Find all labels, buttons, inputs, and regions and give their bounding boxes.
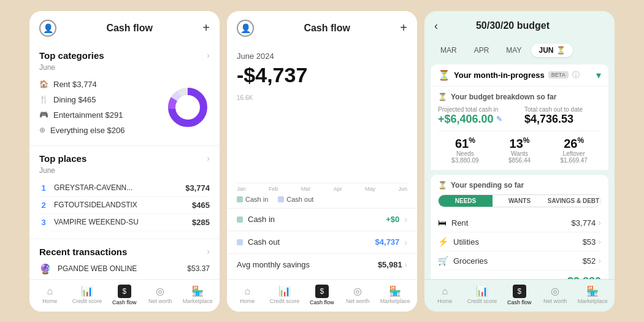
- tab-mar[interactable]: MAR: [433, 44, 464, 57]
- nav-credit[interactable]: 📊 Credit score: [467, 285, 497, 304]
- spend-amount: $3,774: [572, 218, 596, 228]
- spend-row-left: 🛏 Rent: [438, 218, 468, 228]
- cashin-dot: [237, 217, 243, 223]
- list-item[interactable]: 🔮 PGANDE WEB ONLINE $53.37: [39, 259, 210, 278]
- spending-title: ⏳ Your spending so far: [438, 181, 601, 190]
- list-item: ⊕ Everything else $206: [39, 123, 158, 138]
- tab-savings[interactable]: SAVINGS & DEBT: [546, 195, 600, 207]
- chart-legend: Cash in Cash out: [237, 196, 407, 203]
- bar-label-apr: Apr: [334, 186, 342, 192]
- spend-amount: $53: [583, 237, 596, 247]
- rent-icon: 🛏: [438, 218, 447, 228]
- nav-label: Home: [240, 298, 255, 304]
- wants-pct: 13%: [493, 136, 547, 151]
- nav-home[interactable]: ⌂ Home: [36, 286, 63, 304]
- spend-name: Rent: [451, 218, 468, 228]
- tab-needs[interactable]: NEEDS: [439, 195, 493, 207]
- list-item: 🎮 Entertainment $291: [39, 107, 158, 123]
- nav-marketplace[interactable]: 🏪 Marketplace: [380, 285, 410, 304]
- projected-val: +$6,406.00: [438, 113, 494, 126]
- cashin-label: Cash in: [248, 215, 381, 224]
- list-item[interactable]: 🛒 Groceries $52 ›: [438, 251, 601, 270]
- left-user-icon[interactable]: 👤: [39, 20, 56, 37]
- legend-green-dot: [237, 196, 243, 202]
- nav-credit[interactable]: 📊 Credit score: [270, 285, 300, 304]
- nav-cashflow[interactable]: $ Cash flow: [309, 285, 335, 305]
- hourglass-icon-3: ⏳: [438, 181, 447, 190]
- back-button[interactable]: ‹: [434, 20, 438, 33]
- breakdown-values: Projected total cash in +$6,406.00 ✎ Tot…: [438, 106, 601, 126]
- legend-cashout: Cash out: [278, 196, 313, 203]
- nav-networth[interactable]: ◎ Net worth: [542, 285, 569, 304]
- nav-home[interactable]: ⌂ Home: [431, 286, 458, 304]
- tab-wants[interactable]: WANTS: [493, 195, 546, 207]
- mid-title: Cash flow: [304, 23, 350, 34]
- donut-area: 🏠 Rent $3,774 🍴 Dining $465 🎮 Entertainm…: [39, 77, 210, 138]
- mid-user-icon[interactable]: 👤: [237, 20, 254, 37]
- cat-label: Rent $3,774: [53, 80, 97, 89]
- cashin-value: +$0: [386, 215, 399, 224]
- places-chevron[interactable]: ›: [207, 153, 210, 163]
- cashin-chevron: ›: [404, 215, 407, 224]
- place-amount: $465: [192, 201, 210, 210]
- bar-mar: [294, 121, 321, 183]
- expand-icon[interactable]: ▾: [596, 69, 601, 81]
- list-item[interactable]: 1 GREYSTAR-CAVENN... $3,774: [39, 180, 210, 197]
- info-icon[interactable]: ⓘ: [572, 70, 580, 80]
- nav-networth[interactable]: ◎ Net worth: [344, 285, 371, 304]
- month-tabs: MAR APR MAY JUN ⏳: [424, 39, 615, 62]
- left-panel: 👤 Cash flow + Top categories › June 🏠 Re…: [29, 11, 220, 312]
- right-bottom-nav: ⌂ Home 📊 Credit score $ Cash flow ◎ Net …: [424, 279, 615, 312]
- marketplace-icon: 🏪: [586, 285, 599, 297]
- mid-content: June 2024 -$4,737 16.6K: [227, 43, 417, 279]
- bar-jan: [237, 140, 263, 183]
- recent-transactions-section: Recent transactions › 🔮 PGANDE WEB ONLIN…: [29, 239, 220, 279]
- left-plus-button[interactable]: +: [202, 21, 210, 35]
- month-progress-title: Your month-in-progress: [454, 71, 545, 80]
- needs-label: Needs: [438, 150, 493, 157]
- networth-icon: ◎: [353, 285, 362, 297]
- tab-jun[interactable]: JUN ⏳: [531, 44, 572, 57]
- places-subtitle: June: [39, 166, 210, 175]
- cash-out-row[interactable]: Cash out $4,737 ›: [227, 231, 417, 253]
- bar-label-jan: Jan: [237, 186, 246, 192]
- leftover-amt: $1,669.47: [546, 157, 601, 164]
- nav-cashflow[interactable]: $ Cash flow: [111, 285, 138, 305]
- tab-may[interactable]: MAY: [499, 44, 529, 57]
- list-item[interactable]: 2 FGTOUTSIDELANDSTIX $465: [39, 197, 210, 214]
- nav-marketplace[interactable]: 🏪 Marketplace: [183, 285, 213, 304]
- categories-header: Top categories ›: [39, 50, 210, 61]
- transactions-chevron[interactable]: ›: [207, 247, 210, 256]
- nav-marketplace[interactable]: 🏪 Marketplace: [578, 285, 608, 304]
- place-amount: $285: [192, 218, 210, 227]
- list-item: 🍴 Dining $465: [39, 92, 158, 107]
- categories-chevron[interactable]: ›: [207, 50, 210, 60]
- chart-x-labels: Jan Feb Mar Apr May Jun: [237, 186, 407, 192]
- marketplace-icon: 🏪: [191, 285, 204, 297]
- donut-chart: [166, 85, 210, 129]
- place-rank: 2: [39, 201, 48, 210]
- projected-label: Projected total cash in: [438, 106, 515, 113]
- nav-networth[interactable]: ◎ Net worth: [147, 285, 174, 304]
- nav-home[interactable]: ⌂ Home: [234, 286, 261, 304]
- place-amount: $3,774: [185, 183, 210, 193]
- mid-date: June 2024: [227, 43, 417, 63]
- spending-section: ⏳ Your spending so far NEEDS WANTS SAVIN…: [431, 175, 608, 278]
- avg-label: Avg monthly savings: [237, 260, 310, 269]
- list-item[interactable]: 🛏 Rent $3,774 ›: [438, 213, 601, 232]
- list-item[interactable]: ⚡ Utilities $53 ›: [438, 232, 601, 251]
- mid-bottom-nav: ⌂ Home 📊 Credit score $ Cash flow ◎ Net …: [227, 279, 417, 312]
- tab-apr[interactable]: APR: [467, 44, 497, 57]
- mid-plus-button[interactable]: +: [400, 21, 407, 35]
- cash-in-row[interactable]: Cash in +$0 ›: [227, 208, 417, 231]
- bar-label-jun: Jun: [398, 186, 407, 192]
- nav-credit[interactable]: 📊 Credit score: [72, 285, 102, 304]
- txn-name: PGANDE WEB ONLINE: [58, 264, 181, 273]
- list-item[interactable]: 3 VAMPIRE WEEKEND-SU $285: [39, 214, 210, 231]
- hourglass-icon: ⏳: [556, 46, 565, 55]
- edit-icon[interactable]: ✎: [496, 115, 502, 123]
- nav-cashflow[interactable]: $ Cash flow: [506, 285, 533, 305]
- month-progress-header: ⏳ Your month-in-progress BETA ⓘ ▾: [431, 64, 608, 86]
- right-title: 50/30/20 budget: [476, 20, 550, 31]
- avg-savings-row[interactable]: Avg monthly savings $5,981 ›: [227, 253, 417, 275]
